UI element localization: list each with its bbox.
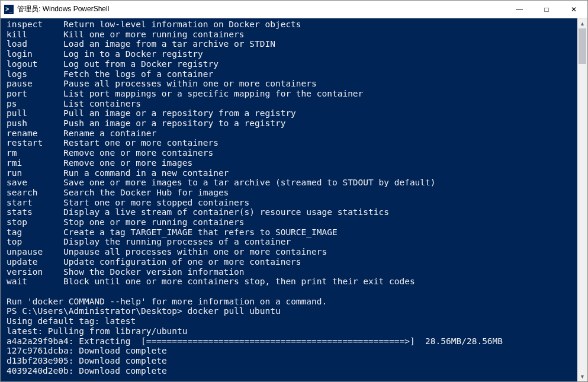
command-desc: Save one or more images to a tar archive… (63, 178, 436, 188)
maximize-button[interactable]: □ (533, 1, 560, 18)
command-desc: Block until one or more containers stop,… (63, 277, 415, 287)
help-line: killKill one or more running containers (7, 30, 577, 40)
command-name: logs (7, 69, 63, 79)
command-name: version (7, 267, 63, 277)
command-name: update (7, 257, 63, 267)
help-line: renameRename a container (7, 129, 577, 139)
help-line: versionShow the Docker version informati… (7, 267, 577, 277)
command-desc: Load an image from a tar archive or STDI… (63, 39, 275, 49)
output-line: latest: Pulling from library/ubuntu (7, 326, 577, 336)
help-line: pushPush an image or a repository to a r… (7, 118, 577, 129)
command-name: run (7, 168, 63, 178)
help-line: loginLog in to a Docker registry (7, 49, 577, 59)
help-line: stopStop one or more running containers (7, 217, 577, 227)
command-desc: Update configuration of one or more cont… (63, 257, 301, 267)
help-line: logsFetch the logs of a container (7, 69, 577, 79)
command-desc: Pause all processes within one or more c… (63, 79, 317, 89)
cursor-line (7, 375, 577, 381)
command-desc: Start one or more stopped containers (63, 198, 249, 208)
help-line: statsDisplay a live stream of container(… (7, 207, 577, 217)
help-line: tagCreate a tag TARGET_IMAGE that refers… (7, 227, 577, 237)
command-desc: Show the Docker version information (63, 267, 245, 277)
help-line: updateUpdate configuration of one or mor… (7, 257, 577, 267)
help-line: runRun a command in a new container (7, 168, 577, 178)
command-desc: Return low-level information on Docker o… (63, 20, 301, 30)
command-desc: Create a tag TARGET_IMAGE that refers to… (63, 227, 338, 237)
help-line: pausePause all processes within one or m… (7, 79, 577, 89)
window-title: 管理员: Windows PowerShell (17, 4, 506, 14)
command-name: stop (7, 217, 63, 227)
vertical-scrollbar[interactable]: ▲ ▼ (577, 18, 587, 381)
help-line: rmiRemove one or more images (7, 158, 577, 168)
command-desc: List containers (63, 99, 141, 109)
help-hint: Run 'docker COMMAND --help' for more inf… (7, 297, 577, 307)
command-name: ps (7, 99, 63, 109)
command-name: unpause (7, 247, 63, 257)
scroll-down-button[interactable]: ▼ (577, 371, 587, 381)
command-desc: List port mappings or a specific mapping… (63, 89, 363, 99)
command-name: login (7, 49, 63, 59)
command-name: port (7, 89, 63, 99)
minimize-button[interactable]: — (506, 1, 533, 18)
command-desc: Push an image or a repository to a regis… (63, 118, 285, 129)
typed-command: docker pull ubuntu (188, 306, 281, 316)
command-desc: Remove one or more containers (63, 148, 213, 158)
terminal-area: inspectReturn low-level information on D… (1, 18, 587, 381)
help-line: searchSearch the Docker Hub for images (7, 188, 577, 198)
command-name: pause (7, 79, 63, 89)
output-line: Using default tag: latest (7, 316, 577, 326)
command-name: start (7, 198, 63, 208)
command-desc: Run a command in a new container (63, 168, 229, 178)
command-name: pull (7, 108, 63, 118)
layer-status: d13bf203e905: Download complete (7, 356, 577, 366)
powershell-icon: >_ (4, 5, 14, 14)
command-name: inspect (7, 20, 63, 30)
command-name: restart (7, 138, 63, 148)
window-titlebar: >_ 管理员: Windows PowerShell — □ ✕ (1, 1, 587, 18)
command-desc: Rename a container (63, 129, 156, 139)
command-name: rmi (7, 158, 63, 168)
prompt: PS C:\Users\Administrator\Desktop> (7, 306, 182, 316)
help-line: portList port mappings or a specific map… (7, 89, 577, 99)
layer-status: 4039240d2e0b: Download complete (7, 366, 577, 376)
help-line: rmRemove one or more containers (7, 148, 577, 158)
command-name: logout (7, 59, 63, 69)
help-line: restartRestart one or more containers (7, 138, 577, 148)
command-desc: Restart one or more containers (63, 138, 219, 148)
command-desc: Log out from a Docker registry (63, 59, 219, 69)
scrollbar-thumb[interactable] (579, 28, 586, 64)
command-desc: Remove one or more images (63, 158, 192, 168)
window-controls: — □ ✕ (506, 1, 587, 18)
help-line: inspectReturn low-level information on D… (7, 20, 577, 30)
command-desc: Search the Docker Hub for images (63, 188, 229, 198)
help-line: topDisplay the running processes of a co… (7, 237, 577, 247)
layer-status: 127c9761dcba: Download complete (7, 346, 577, 356)
command-desc: Stop one or more running containers (63, 217, 245, 227)
command-name: search (7, 188, 63, 198)
command-name: load (7, 39, 63, 49)
command-desc: Display a live stream of container(s) re… (63, 207, 389, 217)
command-name: top (7, 237, 63, 247)
help-line: psList containers (7, 99, 577, 109)
scroll-up-button[interactable]: ▲ (577, 18, 587, 28)
terminal-output[interactable]: inspectReturn low-level information on D… (1, 18, 577, 381)
layer-progress: a4a2a29f9ba4: Extracting [==============… (7, 336, 577, 346)
command-name: wait (7, 277, 63, 287)
command-name: save (7, 178, 63, 188)
command-name: push (7, 118, 63, 129)
help-line: saveSave one or more images to a tar arc… (7, 178, 577, 188)
scrollbar-track[interactable] (577, 28, 587, 371)
command-desc: Kill one or more running containers (63, 30, 245, 40)
close-button[interactable]: ✕ (560, 1, 587, 18)
prompt-line: PS C:\Users\Administrator\Desktop> docke… (7, 306, 577, 316)
command-name: kill (7, 30, 63, 40)
command-name: tag (7, 227, 63, 237)
help-line: startStart one or more stopped container… (7, 198, 577, 208)
command-desc: Fetch the logs of a container (63, 69, 213, 79)
command-name: stats (7, 207, 63, 217)
help-line: loadLoad an image from a tar archive or … (7, 39, 577, 49)
command-desc: Unpause all processes within one or more… (63, 247, 327, 257)
command-desc: Log in to a Docker registry (63, 49, 203, 59)
help-line: unpauseUnpause all processes within one … (7, 247, 577, 257)
help-line: logoutLog out from a Docker registry (7, 59, 577, 69)
